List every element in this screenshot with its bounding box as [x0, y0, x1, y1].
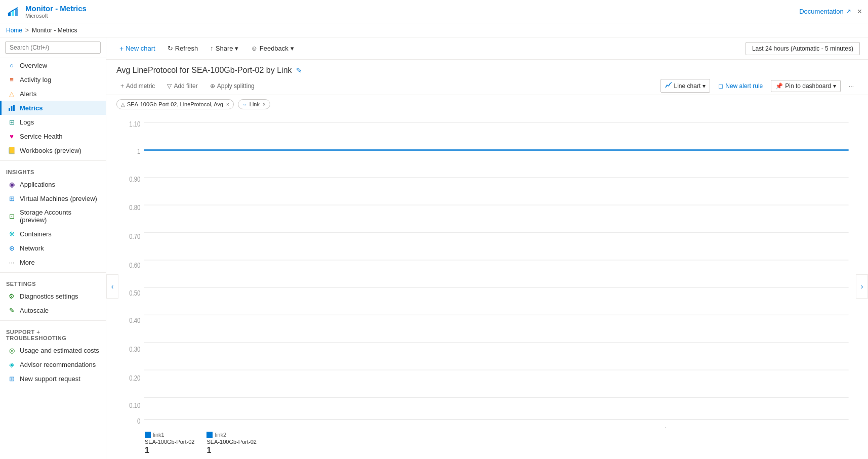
svg-text:0.80: 0.80: [129, 203, 140, 212]
search-input[interactable]: [5, 41, 101, 54]
chart-wrapper: ‹ 1.10 1 0.90 0.80 0.70 0.60 0.50: [106, 113, 868, 459]
storage-accounts-icon: ⊡: [8, 212, 16, 220]
documentation-link[interactable]: Documentation ↗: [799, 8, 851, 15]
apply-splitting-button[interactable]: ⊕ Apply splitting: [206, 80, 259, 92]
breadcrumb-home[interactable]: Home: [6, 27, 22, 34]
external-link-icon: ↗: [846, 8, 851, 15]
sidebar-item-usage-costs[interactable]: ◎ Usage and estimated costs: [0, 343, 106, 357]
chart-nav-left-button[interactable]: ‹: [106, 274, 118, 299]
network-icon: ⊕: [8, 244, 16, 252]
add-filter-button[interactable]: ▽ Add filter: [163, 80, 201, 92]
legend-item-2: link2 SEA-100Gb-Port-02 1: [206, 432, 256, 455]
app-subtitle: Microsoft: [25, 13, 87, 19]
sidebar-item-workbooks[interactable]: 📒 Workbooks (preview): [0, 143, 106, 157]
breadcrumb: Home > Monitor - Metrics: [0, 23, 868, 37]
sidebar-item-advisor[interactable]: ◈ Advisor recommendations: [0, 357, 106, 371]
applications-icon: ◉: [8, 180, 16, 188]
share-chevron-icon: ▾: [235, 45, 238, 52]
chart-title: Avg LineProtocol for SEA-100Gb-Port-02 b…: [116, 66, 292, 75]
usage-costs-icon: ◎: [8, 346, 16, 354]
service-health-icon: ♥: [8, 132, 16, 140]
sidebar-item-autoscale[interactable]: ✎ Autoscale: [0, 303, 106, 317]
sidebar-item-virtual-machines[interactable]: ⊞ Virtual Machines (preview): [0, 191, 106, 205]
content-toolbar: + New chart ↻ Refresh ↑ Share ▾ ☺ Feedba…: [106, 37, 868, 60]
line-chart-dropdown[interactable]: Line chart ▾: [660, 79, 711, 93]
new-alert-rule-button[interactable]: ◻ New alert rule: [714, 80, 767, 92]
containers-icon: ❋: [8, 230, 16, 238]
tag2-icon: ↔: [242, 102, 247, 107]
breadcrumb-separator: >: [25, 27, 29, 34]
svg-text:0: 0: [137, 417, 140, 426]
pin-icon: 📌: [775, 82, 783, 90]
chart-svg: 1.10 1 0.90 0.80 0.70 0.60 0.50 0.40 0.3…: [120, 113, 854, 428]
svg-rect-3: [9, 108, 10, 111]
svg-text:Thu 19: Thu 19: [662, 426, 679, 428]
logs-icon: ⊞: [8, 118, 16, 126]
chart-edit-icon[interactable]: ✎: [296, 66, 302, 74]
activity-log-icon: ≡: [8, 75, 16, 84]
workbooks-icon: 📒: [8, 146, 16, 154]
autoscale-icon: ✎: [8, 306, 16, 314]
sidebar-item-activity-log[interactable]: ≡ Activity log: [0, 72, 106, 87]
virtual-machines-icon: ⊞: [8, 194, 16, 202]
app-icon: [6, 5, 20, 19]
svg-rect-4: [11, 106, 13, 111]
overview-icon: ○: [8, 61, 16, 69]
svg-text:0.60: 0.60: [129, 261, 140, 270]
sidebar-item-alerts[interactable]: △ Alerts: [0, 87, 106, 101]
svg-text:0.90: 0.90: [129, 175, 140, 183]
topbar-right: Documentation ↗ ×: [799, 7, 862, 16]
refresh-button[interactable]: ↻ Refresh: [162, 42, 203, 55]
diagnostics-icon: ⚙: [8, 292, 16, 300]
feedback-button[interactable]: ☺ Feedback ▾: [245, 42, 299, 55]
sidebar-item-metrics[interactable]: Metrics: [0, 101, 106, 115]
sidebar-item-storage-accounts[interactable]: ⊡ Storage Accounts (preview): [0, 205, 106, 227]
chart-tags: △ SEA-100Gb-Port-02, LineProtocol, Avg ×…: [106, 95, 868, 113]
svg-rect-2: [15, 9, 18, 16]
sidebar-divider-2: [0, 272, 106, 273]
sidebar-search-container: [0, 37, 106, 58]
svg-text:0.50: 0.50: [129, 288, 140, 297]
content-area: + New chart ↻ Refresh ↑ Share ▾ ☺ Feedba…: [106, 37, 868, 459]
svg-text:0.20: 0.20: [129, 374, 140, 383]
chart-nav-right-button[interactable]: ›: [856, 274, 868, 299]
advisor-icon: ◈: [8, 360, 16, 368]
chart-actions: + Add metric ▽ Add filter ⊕ Apply splitt…: [106, 77, 868, 95]
time-range-button[interactable]: Last 24 hours (Automatic - 5 minutes): [746, 42, 860, 55]
sidebar-item-containers[interactable]: ❋ Containers: [0, 227, 106, 241]
chart-actions-left: + Add metric ▽ Add filter ⊕ Apply splitt…: [116, 80, 259, 92]
refresh-icon: ↻: [168, 45, 173, 52]
sidebar-item-overview[interactable]: ○ Overview: [0, 58, 106, 72]
sidebar-item-service-health[interactable]: ♥ Service Health: [0, 129, 106, 143]
new-support-icon: ⊞: [8, 374, 16, 383]
app-title: Monitor - Metrics: [25, 4, 87, 13]
tag2-close-button[interactable]: ×: [263, 102, 266, 107]
metrics-icon: [8, 104, 16, 112]
app-title-group: Monitor - Metrics Microsoft: [25, 4, 87, 19]
new-chart-button[interactable]: + New chart: [114, 42, 160, 55]
svg-rect-5: [13, 105, 15, 111]
svg-text:0.30: 0.30: [129, 345, 140, 354]
breadcrumb-current: Monitor - Metrics: [32, 27, 77, 34]
alerts-icon: △: [8, 90, 16, 98]
tag1-close-button[interactable]: ×: [226, 102, 229, 107]
more-options-button[interactable]: ···: [845, 80, 858, 92]
close-button[interactable]: ×: [857, 7, 862, 16]
sidebar-item-more[interactable]: ··· More: [0, 255, 106, 269]
share-button[interactable]: ↑ Share ▾: [205, 42, 243, 55]
chart-actions-right: Line chart ▾ ◻ New alert rule 📌 Pin to d…: [660, 79, 858, 93]
line-chart-icon: [665, 81, 672, 90]
chart-tag-1: △ SEA-100Gb-Port-02, LineProtocol, Avg ×: [116, 99, 234, 109]
pin-to-dashboard-button[interactable]: 📌 Pin to dashboard ▾: [771, 80, 841, 92]
sidebar-item-diagnostics[interactable]: ⚙ Diagnostics settings: [0, 289, 106, 303]
plus-icon: +: [119, 45, 123, 53]
chart-legend: link1 SEA-100Gb-Port-02 1 link2 SEA-100G…: [110, 428, 864, 459]
svg-text:0.70: 0.70: [129, 232, 140, 241]
sidebar: ○ Overview ≡ Activity log △ Alerts Metri…: [0, 37, 106, 459]
sidebar-item-network[interactable]: ⊕ Network: [0, 241, 106, 255]
sidebar-item-logs[interactable]: ⊞ Logs: [0, 115, 106, 129]
sidebar-item-new-support[interactable]: ⊞ New support request: [0, 371, 106, 386]
settings-section-label: Settings: [0, 276, 106, 289]
sidebar-item-applications[interactable]: ◉ Applications: [0, 177, 106, 191]
add-metric-button[interactable]: + Add metric: [116, 80, 159, 92]
